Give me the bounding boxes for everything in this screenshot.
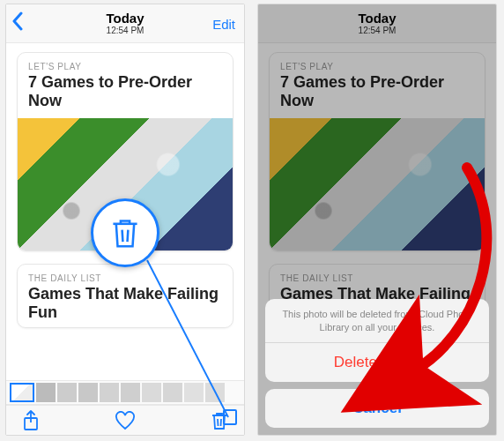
card-kicker: LET'S PLAY — [18, 53, 233, 71]
nav-subtitle: 12:54 PM — [106, 26, 144, 35]
action-sheet-message: This photo will be deleted from iCloud P… — [265, 299, 489, 342]
share-button[interactable] — [22, 410, 40, 431]
svg-line-5 — [128, 230, 129, 243]
phone-right: Today 12:54 PM LET'S PLAY 7 Games to Pre… — [257, 4, 497, 436]
card-headline: Games That Make Failing Fun — [18, 283, 233, 326]
thumbnail[interactable] — [205, 383, 225, 402]
trash-icon — [211, 411, 228, 430]
card-headline: 7 Games to Pre-Order Now — [18, 71, 233, 118]
thumbnail[interactable] — [121, 383, 140, 402]
thumbnail[interactable] — [78, 383, 98, 402]
share-icon — [22, 410, 40, 431]
photo-toolbar — [6, 405, 244, 435]
chevron-back-icon — [11, 11, 24, 31]
card-kicker: THE DAILY LIST — [18, 265, 233, 283]
action-sheet: This photo will be deleted from iCloud P… — [265, 299, 489, 428]
action-sheet-group: This photo will be deleted from iCloud P… — [265, 299, 489, 382]
thumbnail-selected[interactable] — [10, 383, 34, 402]
trash-icon — [110, 216, 140, 250]
nav-title: Today — [106, 11, 144, 26]
app-store-card[interactable]: THE DAILY LIST Games That Make Failing F… — [17, 264, 233, 327]
thumbnail[interactable] — [36, 383, 56, 402]
thumbnail-strip[interactable] — [6, 380, 244, 405]
favorite-button[interactable] — [115, 411, 136, 430]
thumbnail[interactable] — [142, 383, 161, 402]
phone-left: Today 12:54 PM Edit LET'S PLAY 7 Games t… — [5, 4, 245, 436]
cancel-button[interactable]: Cancel — [265, 389, 489, 428]
thumbnail[interactable] — [184, 383, 204, 402]
svg-line-4 — [122, 230, 123, 243]
svg-line-3 — [221, 419, 222, 426]
heart-icon — [115, 411, 136, 430]
back-button[interactable] — [11, 11, 24, 36]
nav-title-block: Today 12:54 PM — [106, 11, 144, 36]
trash-callout — [91, 198, 159, 267]
delete-photo-button[interactable]: Delete Photo — [265, 343, 489, 382]
thumbnail[interactable] — [57, 383, 77, 402]
thumbnail[interactable] — [163, 383, 182, 402]
thumbnail[interactable] — [100, 383, 119, 402]
edit-button[interactable]: Edit — [212, 16, 235, 31]
svg-line-2 — [218, 419, 219, 426]
nav-bar: Today 12:54 PM Edit — [6, 4, 244, 43]
trash-button[interactable] — [211, 411, 228, 430]
